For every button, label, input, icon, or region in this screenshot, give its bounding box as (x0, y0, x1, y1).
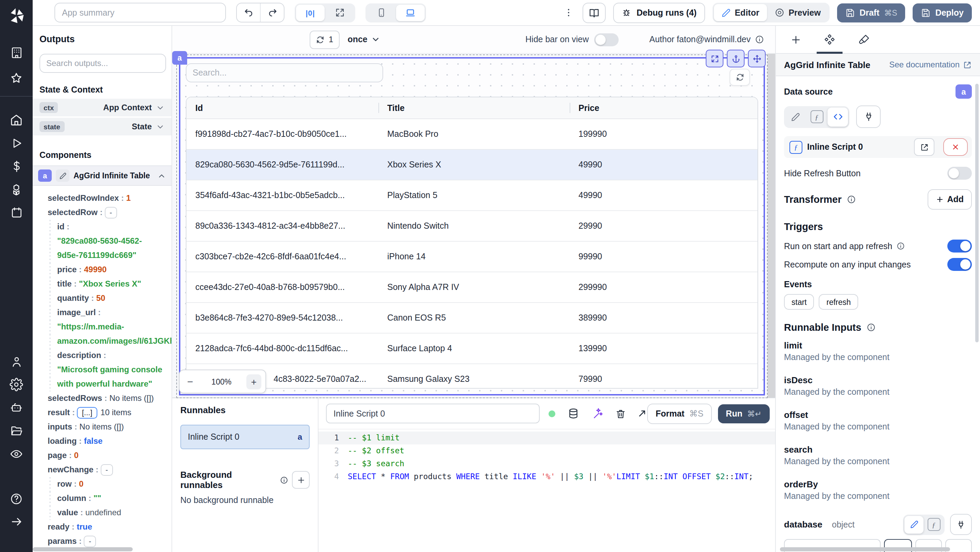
chevron-down-icon[interactable] (156, 122, 165, 131)
deploy-button[interactable]: Deploy (913, 3, 972, 22)
undo-button[interactable] (237, 3, 260, 22)
recompute-toggle[interactable] (947, 258, 972, 271)
kebab-menu-icon[interactable] (563, 8, 576, 18)
info-icon[interactable] (846, 195, 856, 204)
folders-icon[interactable] (10, 424, 23, 437)
help-icon[interactable] (10, 492, 23, 506)
workspace-icon[interactable] (10, 46, 23, 59)
output-prop[interactable]: ready : true (33, 520, 172, 534)
chevron-down-icon[interactable] (156, 103, 165, 112)
refresh-count-button[interactable]: 1 (310, 30, 339, 49)
table-row[interactable]: 354f6afd-43ac-4321-b1bc-0b5e5adcb...Play… (186, 180, 757, 211)
output-prop[interactable]: amazon.com/images/I/61JGKhc (33, 334, 172, 348)
output-prop[interactable]: selectedRow : - (33, 205, 172, 220)
info-icon[interactable] (896, 242, 905, 250)
template-mode-button[interactable]: ƒ (807, 107, 827, 126)
table-row[interactable]: f991898d-cb27-4ac7-b10c-0b9050ce1...MacB… (186, 119, 757, 150)
output-prop[interactable]: "829ca080-5630-4562- (33, 234, 172, 248)
column-header-id[interactable]: Id (186, 103, 379, 113)
output-prop[interactable]: row : 0 (33, 477, 172, 492)
aggrid-table-component[interactable]: a Id Title Price (179, 57, 765, 395)
delete-script-icon[interactable] (616, 408, 627, 419)
audit-icon[interactable] (10, 447, 23, 461)
runs-icon[interactable] (10, 137, 23, 150)
settings-vertical-scrollbar[interactable] (975, 84, 978, 342)
database-connect-button[interactable] (950, 514, 972, 535)
table-row[interactable]: ccee43dc-27e0-40a8-b768-b09579b0...Sony … (186, 272, 757, 303)
canvas-vertical-scrollbar[interactable] (768, 54, 775, 398)
see-documentation-link[interactable]: See documentation (889, 60, 972, 69)
database-template-button[interactable]: ƒ (924, 515, 943, 533)
search-outputs-input[interactable] (40, 54, 166, 73)
hide-bar-toggle[interactable] (594, 33, 619, 46)
output-prop[interactable]: "Microsoft gaming console (33, 363, 172, 377)
code-line[interactable]: 3-- $3 search (318, 457, 775, 470)
app-summary-input[interactable] (54, 3, 226, 22)
windmill-logo-icon[interactable] (8, 7, 25, 24)
insert-component-tab[interactable] (778, 26, 813, 53)
settings-icon[interactable] (10, 378, 23, 391)
settings-horizontal-scrollbar[interactable] (780, 547, 950, 551)
output-prop[interactable]: page : 0 (33, 449, 172, 463)
favorites-icon[interactable] (10, 72, 23, 85)
outputs-horizontal-scrollbar[interactable] (33, 547, 133, 551)
output-prop[interactable]: value : undefined (33, 506, 172, 520)
output-prop[interactable]: column : "" (33, 492, 172, 506)
output-prop[interactable]: loading : false (33, 434, 172, 449)
redo-button[interactable] (260, 3, 284, 22)
code-mode-button[interactable] (827, 107, 848, 126)
table-row[interactable]: c303bce7-cb2e-42c6-8fdf-6aa01fc4e4...iPh… (186, 242, 757, 272)
collapse-icon[interactable] (10, 515, 23, 528)
move-component-button[interactable] (748, 50, 765, 67)
table-row[interactable]: 829ca080-5630-4562-9d5e-7611199d...Xbox … (186, 150, 757, 180)
open-script-button[interactable] (914, 138, 934, 156)
add-background-runnable-button[interactable] (292, 471, 310, 489)
code-line[interactable]: 2-- $2 offset (318, 444, 775, 457)
zoom-out-button[interactable]: − (184, 376, 197, 387)
component-settings-tab[interactable] (813, 26, 846, 53)
database-static-button[interactable] (904, 515, 924, 533)
output-prop[interactable]: 9d5e-7611199dc669" (33, 248, 172, 263)
column-resize-handle[interactable] (570, 103, 570, 113)
output-prop[interactable]: id : (33, 220, 172, 234)
schedules-icon[interactable] (10, 206, 23, 219)
edit-component-id-icon[interactable] (56, 169, 69, 182)
run-button[interactable]: Run ⌘↵ (718, 404, 770, 423)
output-prop[interactable]: image_url : (33, 305, 172, 320)
connect-mode-button[interactable] (856, 105, 881, 128)
output-prop[interactable]: newChange : - (33, 463, 172, 477)
hide-refresh-toggle[interactable] (947, 167, 972, 180)
ctx-row[interactable]: ctx App Context (33, 99, 172, 116)
table-row[interactable]: 89c0a336-1343-4812-ac34-e4bb8e27...Ninte… (186, 211, 757, 242)
code-line[interactable]: 1-- $1 limit (318, 431, 775, 444)
debug-runs-button[interactable]: Debug runs (4) (614, 2, 705, 23)
zoom-in-button[interactable]: + (247, 374, 261, 389)
editor-tab[interactable]: Editor (714, 4, 767, 21)
draft-button[interactable]: Draft ⌘S (837, 3, 905, 22)
docs-book-button[interactable] (583, 2, 606, 23)
output-prop[interactable]: result : [...]10 items (33, 406, 172, 420)
table-row[interactable]: 4c83-8022-5e70a07a2...Samsung Galaxy S23… (186, 364, 757, 389)
user-icon[interactable] (10, 355, 23, 368)
expand-component-button[interactable] (706, 50, 724, 67)
inline-script-row[interactable]: ƒ Inline Script 0 (784, 136, 972, 158)
table-row[interactable]: b3e864c8-7fe3-4270-89e9-54c12038...Canon… (186, 303, 757, 334)
output-prop[interactable]: price : 49990 (33, 263, 172, 277)
database-icon[interactable] (568, 408, 579, 419)
anchor-component-button[interactable] (727, 50, 745, 67)
workers-icon[interactable] (10, 401, 23, 415)
run-on-start-toggle[interactable] (947, 240, 972, 253)
column-resize-handle[interactable] (379, 103, 379, 113)
code-area[interactable]: 1-- $1 limit2-- $2 offset3-- $3 search4S… (318, 429, 775, 552)
format-button[interactable]: Format ⌘S (648, 403, 711, 424)
padding-toggle-button[interactable]: |0| (296, 5, 325, 21)
expand-editor-icon[interactable] (637, 408, 648, 418)
variables-icon[interactable] (10, 160, 23, 173)
state-row[interactable]: state State (33, 118, 172, 135)
chevron-up-icon[interactable] (157, 171, 166, 180)
ai-assistant-icon[interactable] (592, 408, 603, 419)
info-icon[interactable] (755, 35, 764, 44)
mobile-view-button[interactable] (367, 5, 395, 21)
output-prop[interactable]: title : "Xbox Series X" (33, 277, 172, 291)
preview-tab[interactable]: Preview (767, 4, 828, 21)
